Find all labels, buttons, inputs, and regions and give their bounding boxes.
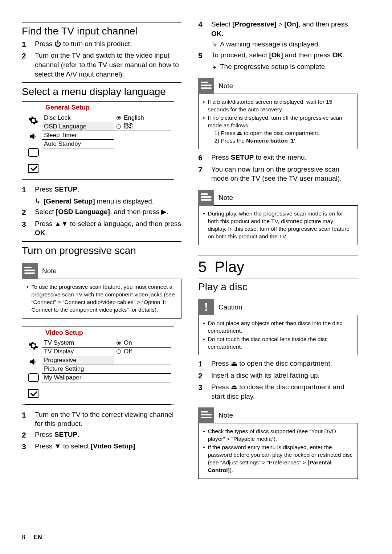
menu-item: TV System <box>42 339 114 348</box>
step-text: Press SETUP. <box>35 430 181 440</box>
menu-value: On <box>114 339 171 348</box>
video-setup-menu: Video Setup TV System TV Display Progres… <box>22 327 174 405</box>
speaker-icon <box>25 356 42 368</box>
note-icon <box>198 78 214 94</box>
heading-play-disc: Play a disc <box>198 281 358 293</box>
step-text: Press ⏏ to open the disc compartment. <box>211 359 358 369</box>
caution-text: Do not touch the disc optical lens insid… <box>208 336 353 351</box>
step-text: Select [Progressive] > [On], and then pr… <box>211 20 358 38</box>
heading-select-language: Select a menu display language <box>22 86 181 98</box>
step-text: Press SETUP to exit the menu. <box>211 153 358 163</box>
caution-icon: ! <box>198 299 214 315</box>
result-line: ↳ [General Setup] menu is displayed. <box>35 197 181 206</box>
heading-progressive-scan: Turn on progressive scan <box>22 245 181 257</box>
note-subline: 2) Press the Numeric button '1'. <box>214 137 353 145</box>
screen-icon <box>25 372 42 384</box>
left-column: Find the TV input channel 1Press ⏻ to tu… <box>22 18 181 483</box>
menu-item: My Wallpaper <box>42 374 114 382</box>
caution-text: Do not place any objects other than disc… <box>208 320 353 335</box>
menu-item: Disc Lock <box>42 114 114 122</box>
step-text: Select [OSD Language], and then press ▶. <box>35 207 181 217</box>
radio-on-icon <box>117 116 121 120</box>
note-text: If the password entry menu is displayed,… <box>208 444 353 474</box>
menu-title: Video Setup <box>22 327 174 339</box>
progressive-steps-left: 1Turn on the TV to the correct viewing c… <box>22 410 181 452</box>
check-icon <box>25 162 42 175</box>
step-text: Turn on the TV and switch to the video i… <box>35 51 181 79</box>
note-box: Note If a blank/distorted screen is disp… <box>198 78 358 149</box>
note-text: Check the types of discs supported (see … <box>208 428 353 443</box>
note-text: To use the progressive scan feature, you… <box>31 283 177 314</box>
language-steps: 1 Press SETUP. <box>22 185 181 195</box>
heading-find-tv-input: Find the TV input channel <box>22 25 181 37</box>
step-text: Turn on the TV to the correct viewing ch… <box>35 410 181 428</box>
result-line: ↳ A warning message is displayed. <box>211 40 358 49</box>
note-text: During play, when the progressive scan m… <box>208 210 353 241</box>
menu-title: General Setup <box>22 102 174 114</box>
step-text: Press ⏏ to close the disc compartment an… <box>211 382 358 401</box>
screen-icon <box>25 146 42 159</box>
note-icon <box>22 263 38 279</box>
arrow-icon: ↳ <box>211 40 217 49</box>
step-text: Press ▲▼ to select a language, and then … <box>35 219 181 238</box>
menu-item: Progressive <box>42 356 114 365</box>
menu-item: TV Display <box>42 348 114 356</box>
page-number: 8 <box>22 534 25 541</box>
right-column: 4 Select [Progressive] > [On], and then … <box>198 18 358 483</box>
menu-item: Auto Standby <box>42 140 114 148</box>
step-text: Press SETUP. <box>35 185 181 195</box>
menu-item: Picture Setting <box>42 365 114 374</box>
step-text: Press ▼ to select [Video Setup]. <box>35 442 181 452</box>
progressive-steps-right: 4 Select [Progressive] > [On], and then … <box>198 20 358 38</box>
menu-item: Sleep Timer <box>42 131 114 140</box>
note-box: Note To use the progressive scan feature… <box>22 263 181 319</box>
step-text: To proceed, select [Ok] and then press O… <box>211 50 358 61</box>
speaker-icon <box>25 130 42 143</box>
note-subline: 1) Press ⏏ to open the disc compartment. <box>214 130 353 137</box>
arrow-icon: ↳ <box>35 197 41 206</box>
radio-on-icon <box>117 341 121 345</box>
gear-icon <box>25 340 42 352</box>
menu-value: English <box>114 114 171 122</box>
note-text: If a blank/distorted screen is displayed… <box>208 98 353 114</box>
gear-icon <box>25 114 42 127</box>
note-text: If no picture is displayed, turn off the… <box>208 115 342 128</box>
step-text: You can now turn on the progressive scan… <box>211 165 358 183</box>
step-text: Insert a disc with its label facing up. <box>211 371 358 381</box>
menu-item: OSD Language <box>42 122 114 131</box>
arrow-icon: ↳ <box>211 62 217 71</box>
check-icon <box>25 387 42 400</box>
menu-value: हिंदी <box>114 122 171 131</box>
radio-off-icon <box>117 349 121 354</box>
result-line: ↳ The progressive setup is complete. <box>211 62 358 71</box>
caution-box: ! Caution Do not place any objects other… <box>198 299 358 356</box>
find-tv-steps: 1Press ⏻ to turn on this product. 2Turn … <box>22 39 181 79</box>
play-disc-steps: 1 Press ⏏ to open the disc compartment. … <box>198 359 358 401</box>
note-icon <box>198 407 214 423</box>
step-text: Press ⏻ to turn on this product. <box>35 39 181 49</box>
general-setup-menu: General Setup Disc Lock OSD Language Sle… <box>22 101 174 180</box>
chapter-heading: 5 Play <box>198 258 358 276</box>
note-box: Note During play, when the progressive s… <box>198 190 358 245</box>
note-box: Note Check the types of discs supported … <box>198 407 358 479</box>
menu-value: Off <box>114 348 171 356</box>
radio-off-icon <box>117 124 121 129</box>
page-lang: EN <box>33 534 42 541</box>
note-icon <box>198 190 214 206</box>
page-footer: 8 EN <box>22 534 42 541</box>
